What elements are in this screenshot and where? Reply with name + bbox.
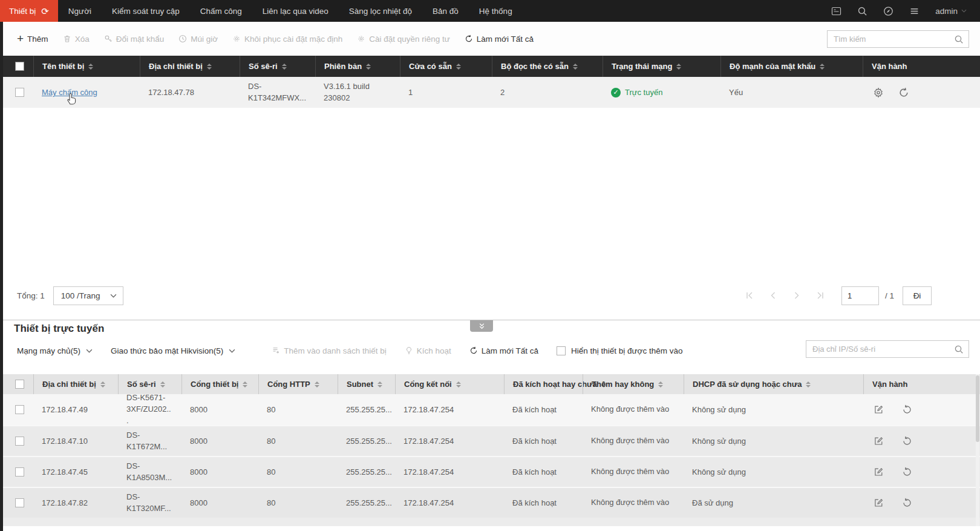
tab-refresh-icon[interactable]: ⟳	[41, 7, 49, 16]
row-checkbox[interactable]	[15, 88, 24, 97]
collapse-panel-button[interactable]	[470, 320, 493, 332]
server-network-label: Mạng máy chủ(5)	[17, 346, 80, 355]
user-menu[interactable]: admin	[935, 7, 967, 16]
gateway-cell: 172.18.47.254	[395, 457, 504, 487]
activated-cell: Đã kích hoạt	[504, 394, 583, 425]
show-added-devices-toggle[interactable]: Hiển thị thiết bị được thêm vào	[557, 346, 682, 355]
device-name-link[interactable]: Máy chấm công	[42, 88, 97, 97]
col-readers[interactable]: Bộ đọc thẻ có sẵn	[492, 56, 603, 77]
server-network-filter[interactable]: Mạng máy chủ(5)	[17, 346, 93, 355]
refresh-icon	[469, 346, 478, 355]
tab-person[interactable]: Người	[58, 0, 102, 22]
delete-device-button[interactable]: Xóa	[63, 35, 90, 44]
page-size-select[interactable]: 100 /Trang	[53, 286, 123, 305]
col-network-status[interactable]: Trạng thái mạng	[603, 56, 720, 77]
search-icon[interactable]	[857, 6, 867, 16]
tab-map[interactable]: Bản đồ	[422, 0, 469, 22]
search-icon[interactable]	[954, 35, 964, 44]
edit-device-button[interactable]	[874, 498, 884, 508]
go-button[interactable]: Đi	[903, 286, 932, 305]
security-protocol-filter[interactable]: Giao thức bảo mật Hikvision(5)	[111, 346, 235, 355]
col-label: Địa chỉ thiết bị	[149, 62, 203, 71]
prev-page-button[interactable]	[769, 291, 777, 300]
col-serial[interactable]: Số sê-ri	[240, 56, 315, 77]
show-added-checkbox[interactable]	[557, 346, 566, 355]
plus-icon: +	[17, 33, 24, 44]
col-serial[interactable]: Số sê-ri	[118, 374, 181, 394]
col-password-strength[interactable]: Độ mạnh của mật khẩu	[720, 56, 863, 77]
online-search-input[interactable]	[812, 345, 954, 354]
col-http-port[interactable]: Cổng HTTP	[258, 374, 338, 394]
device-refresh-button[interactable]	[898, 87, 909, 98]
col-device-port[interactable]: Cổng thiết bị	[181, 374, 258, 394]
status-label: Trực tuyến	[625, 88, 662, 97]
add-device-button[interactable]: + Thêm	[17, 34, 48, 44]
restore-defaults-button[interactable]: Khôi phục cài đặt mặc định	[232, 35, 342, 44]
device-settings-button[interactable]	[873, 87, 884, 98]
col-added[interactable]: Thêm hay không	[583, 374, 684, 394]
tab-label: Sàng lọc nhiệt độ	[349, 7, 412, 16]
online-refresh-all-button[interactable]: Làm mới Tất cả	[469, 346, 538, 355]
col-subnet[interactable]: Subnet	[338, 374, 395, 394]
edit-device-button[interactable]	[874, 467, 884, 477]
page-number-input[interactable]	[841, 286, 879, 305]
edit-device-button[interactable]	[874, 436, 884, 446]
activate-label: Kích hoạt	[417, 346, 451, 355]
sort-icon	[676, 64, 681, 70]
help-wizard-icon[interactable]	[883, 6, 893, 16]
row-checkbox[interactable]	[15, 498, 24, 507]
tab-attendance[interactable]: Chấm công	[190, 0, 252, 22]
activate-button[interactable]: Kích hoạt	[405, 346, 451, 355]
reset-device-button[interactable]	[902, 467, 912, 477]
edit-device-button[interactable]	[874, 404, 884, 415]
add-to-device-list-button[interactable]: Thêm vào danh sách thiết bị	[272, 346, 387, 355]
sort-icon	[456, 64, 461, 70]
col-dhcp[interactable]: DHCP đã sử dụng hoặc chưa	[684, 374, 863, 394]
row-checkbox[interactable]	[15, 467, 24, 477]
tab-system[interactable]: Hệ thống	[469, 0, 523, 22]
next-page-button[interactable]	[792, 291, 801, 300]
time-zone-button[interactable]: Múi giờ	[178, 35, 218, 44]
col-activated[interactable]: Đã kích hoạt hay chưa	[504, 374, 583, 394]
col-device-address[interactable]: Địa chỉ thiết bị	[140, 56, 240, 77]
reset-device-button[interactable]	[902, 404, 912, 415]
nav-right-group: admin	[831, 0, 980, 22]
first-page-button[interactable]	[745, 291, 754, 300]
scrollbar-thumb[interactable]	[976, 375, 979, 442]
tab-video-intercom[interactable]: Liên lạc qua video	[252, 0, 339, 22]
device-search-input[interactable]	[834, 35, 954, 44]
select-all-checkbox[interactable]	[15, 62, 24, 71]
select-all-checkbox[interactable]	[15, 380, 24, 389]
added-cell: Không được thêm vào	[583, 426, 684, 456]
col-device-name[interactable]: Tên thiết bị	[33, 56, 140, 77]
col-ip[interactable]: Địa chỉ thiết bị	[33, 374, 118, 394]
col-gateway[interactable]: Cổng kết nối	[395, 374, 504, 394]
last-page-button[interactable]	[816, 291, 825, 300]
tab-access-control[interactable]: Kiểm soát truy cập	[102, 0, 190, 22]
trash-icon	[63, 35, 71, 43]
search-icon[interactable]	[954, 345, 964, 354]
col-label: Cổng kết nối	[404, 380, 452, 389]
tab-temperature-screening[interactable]: Sàng lọc nhiệt độ	[339, 0, 422, 22]
col-version[interactable]: Phiên bản	[315, 56, 400, 77]
subnet-cell: 255.255.25...	[338, 426, 395, 456]
device-table-row: Máy chấm công 172.18.47.78 DS-K1T342MFWX…	[3, 77, 980, 108]
add-label: Thêm	[27, 35, 48, 44]
change-password-button[interactable]: Đổi mật khẩu	[104, 35, 165, 44]
chevron-down-icon	[229, 349, 235, 353]
tab-label: Kiểm soát truy cập	[112, 7, 180, 16]
tab-label: Bản đồ	[433, 7, 459, 16]
sort-icon	[573, 64, 578, 70]
reset-device-button[interactable]	[902, 436, 912, 446]
col-doors[interactable]: Cửa có sẵn	[400, 56, 492, 77]
tab-devices[interactable]: Thiết bị ⟳	[0, 0, 58, 22]
gateway-cell: 172.18.47.254	[395, 394, 504, 425]
row-checkbox[interactable]	[15, 405, 24, 414]
control-panel-icon[interactable]	[831, 6, 841, 16]
reset-device-button[interactable]	[902, 498, 912, 508]
row-checkbox[interactable]	[15, 437, 24, 446]
privacy-settings-button[interactable]: Cài đặt quyền riêng tư	[357, 35, 450, 44]
menu-icon[interactable]	[909, 6, 920, 16]
device-address-cell: 172.18.47.78	[140, 77, 240, 108]
refresh-all-button[interactable]: Làm mới Tất cả	[465, 35, 534, 44]
